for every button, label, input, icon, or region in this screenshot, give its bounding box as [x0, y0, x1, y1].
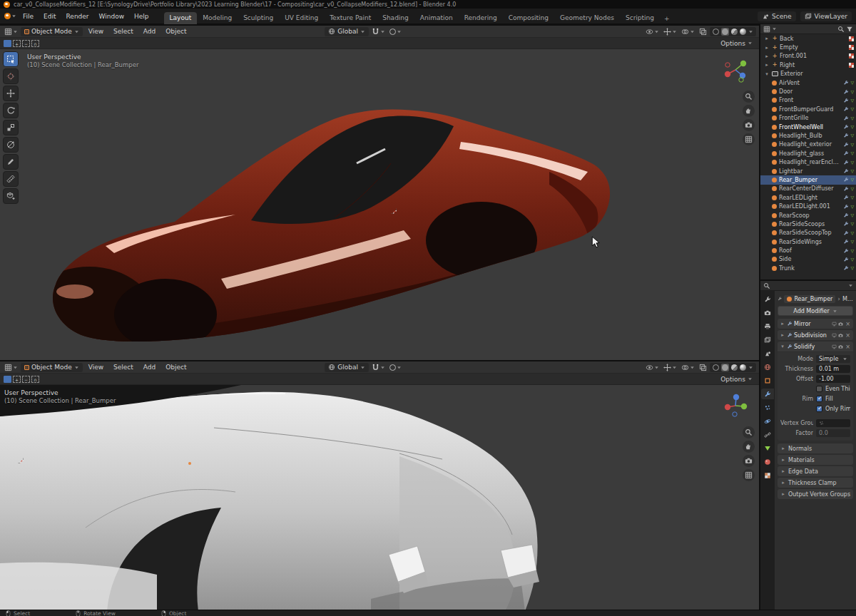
object-visibility-dropdown[interactable]	[644, 27, 661, 36]
pan-hand-icon[interactable]	[743, 441, 755, 453]
outliner-object-row[interactable]: RearScoop	[760, 211, 856, 220]
measure-tool[interactable]	[3, 171, 19, 187]
snap-toggle[interactable]	[370, 363, 387, 372]
xray-toggle[interactable]	[698, 363, 708, 372]
section-edge-data[interactable]: Edge Data	[778, 466, 853, 476]
tab-view-layer[interactable]	[761, 334, 774, 345]
overlays-toggle[interactable]	[680, 27, 696, 36]
pan-hand-icon[interactable]	[743, 105, 755, 117]
mode-dropdown[interactable]: Object Mode	[21, 363, 83, 372]
tab-world[interactable]	[761, 361, 774, 372]
solid-shading-active[interactable]	[721, 28, 729, 36]
collapse-icon[interactable]	[780, 344, 785, 349]
outliner-object-row[interactable]: Front	[760, 96, 856, 105]
menu-window[interactable]: Window	[94, 11, 130, 21]
xray-toggle[interactable]	[698, 27, 708, 36]
navigation-gizmo[interactable]	[722, 56, 749, 83]
fill-checkbox[interactable]	[816, 396, 822, 402]
cursor-tool[interactable]	[3, 68, 19, 84]
outliner-object-row[interactable]: RearSideScoops	[760, 220, 856, 228]
tab-constraints[interactable]	[761, 429, 774, 440]
workspace-tab-sculpting[interactable]: Sculpting	[238, 12, 279, 24]
transform-orientation-dropdown[interactable]: Global	[325, 363, 369, 372]
mode-dropdown[interactable]: Simple	[816, 355, 850, 363]
workspace-tab-modeling[interactable]: Modeling	[197, 12, 238, 24]
menu-select[interactable]: Select	[109, 363, 138, 371]
outliner-object-row[interactable]: RearCenterDiffuser	[760, 185, 856, 193]
menu-add[interactable]: Add	[139, 27, 160, 36]
options-dropdown[interactable]: Options	[718, 375, 755, 384]
select-mode-subtract-icon[interactable]	[22, 40, 30, 47]
editor-type-button[interactable]	[3, 363, 19, 372]
proportional-editing-toggle[interactable]	[388, 364, 403, 371]
wireframe-shading-icon[interactable]	[713, 29, 719, 35]
section-thickness-clamp[interactable]: Thickness Clamp	[778, 478, 853, 488]
menu-object[interactable]: Object	[161, 27, 190, 36]
tab-material[interactable]	[761, 456, 774, 467]
display-viewport-toggle-icon[interactable]	[832, 322, 837, 327]
tab-render[interactable]	[761, 307, 774, 318]
menu-edit[interactable]: Edit	[39, 11, 61, 21]
options-dropdown[interactable]: Options	[718, 39, 755, 48]
camera-view-icon[interactable]	[743, 455, 755, 467]
overlays-toggle[interactable]	[680, 363, 696, 372]
modifier-panel-solidify[interactable]: Solidify ×	[778, 342, 853, 351]
snap-toggle[interactable]	[370, 27, 387, 36]
vertex-group-field[interactable]	[816, 419, 850, 427]
menu-add[interactable]: Add	[139, 363, 160, 371]
outliner-object-row[interactable]: RearSideWings	[760, 237, 856, 246]
outliner-object-row[interactable]: AirVent	[760, 78, 856, 87]
menu-object[interactable]: Object	[161, 363, 190, 371]
camera-view-icon[interactable]	[743, 119, 755, 131]
close-icon[interactable]: ×	[845, 344, 851, 350]
tab-tool[interactable]	[761, 294, 774, 304]
only-rim-checkbox[interactable]	[816, 406, 822, 412]
box-select-tool[interactable]	[3, 51, 19, 67]
outliner-object-row[interactable]: RearSideScoopTop	[760, 229, 856, 237]
outliner-object-row[interactable]: Headlight_exterior	[760, 140, 856, 149]
workspace-tab-scripting[interactable]: Scripting	[620, 12, 660, 24]
scale-tool[interactable]	[3, 120, 19, 135]
search-icon[interactable]	[763, 282, 770, 289]
select-mode-extend-icon[interactable]	[13, 40, 21, 47]
move-tool[interactable]	[3, 86, 19, 101]
workspace-tab-rendering[interactable]: Rendering	[459, 12, 503, 24]
section-materials[interactable]: Materials	[778, 455, 853, 465]
filter-icon[interactable]	[846, 26, 853, 33]
zoom-icon[interactable]	[743, 426, 755, 438]
menu-select[interactable]: Select	[109, 27, 138, 36]
breadcrumb-object[interactable]: Rear_Bumper	[784, 295, 835, 303]
expand-icon[interactable]	[780, 321, 785, 327]
add-cube-tool[interactable]	[3, 188, 19, 204]
navigation-gizmo[interactable]	[722, 392, 749, 419]
display-viewport-toggle-icon[interactable]	[832, 344, 837, 349]
workspace-tab-animation[interactable]: Animation	[414, 12, 459, 24]
tab-physics[interactable]	[761, 416, 774, 426]
rendered-shading-icon[interactable]	[740, 364, 746, 371]
workspace-tab-geometry-nodes[interactable]: Geometry Nodes	[554, 12, 620, 24]
even-thickness-checkbox[interactable]	[816, 386, 822, 392]
3d-viewport-canvas-bottom[interactable]: User Perspective (10) Scene Collection |…	[0, 385, 759, 610]
menu-render[interactable]: Render	[61, 11, 94, 21]
outliner-object-row[interactable]: Roof	[760, 246, 856, 255]
display-render-toggle-icon[interactable]	[838, 344, 843, 349]
select-mode-set-icon[interactable]	[4, 376, 11, 383]
breadcrumb-modifier[interactable]: Mirror	[842, 296, 853, 302]
transform-orientation-dropdown[interactable]: Global	[325, 27, 369, 36]
factor-field[interactable]: 0.0	[816, 429, 850, 437]
select-mode-extend-icon[interactable]	[13, 376, 21, 383]
app-menu-button[interactable]	[3, 12, 18, 20]
solid-shading-active[interactable]	[721, 364, 729, 371]
tab-object-data[interactable]	[761, 443, 774, 453]
outliner-collection-row[interactable]: Exterior	[760, 70, 856, 78]
outliner-object-row[interactable]: FrontBumperGuard	[760, 105, 856, 113]
workspace-tab-layout[interactable]: Layout	[164, 12, 198, 24]
modifier-panel-mirror[interactable]: Mirror ×	[778, 319, 853, 329]
outliner-object-row[interactable]: RearLEDLight.001	[760, 202, 856, 210]
ortho-grid-icon[interactable]	[743, 133, 755, 145]
select-mode-subtract-icon[interactable]	[22, 376, 30, 383]
outliner-object-row[interactable]: Door	[760, 87, 856, 96]
gizmos-toggle[interactable]	[662, 363, 678, 372]
outliner-object-row[interactable]: Headlight_Bulb	[760, 131, 856, 140]
thickness-field[interactable]: 0.01 m	[816, 365, 850, 373]
